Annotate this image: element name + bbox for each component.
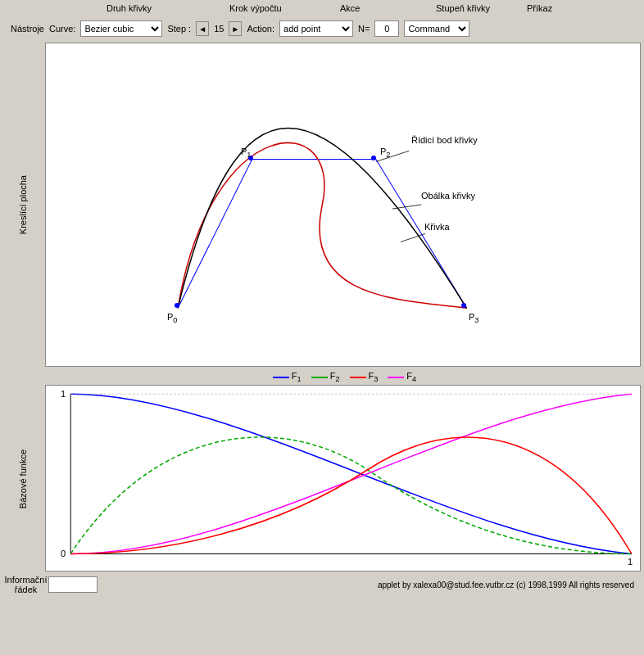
info-content: applet by xalexa00@stud.fee.vutbr.cz (c)… [48, 576, 641, 593]
step-increment-button[interactable]: ► [229, 21, 242, 36]
point-p2-dot[interactable] [371, 156, 376, 160]
kreslici-plocha-label: Kreslící plocha [0, 41, 45, 368]
action-label: Action: [247, 24, 274, 34]
basis-section: F1 F2 F3 F4 Bázové funkce [0, 368, 644, 573]
chart-row: Bázové funkce 1 0 1 [0, 385, 644, 573]
curve-select[interactable]: Bezier cubic Bezier quadratic B-spline H… [80, 20, 162, 37]
ridici-bod-annotation: Řídicí bod křivky [411, 135, 478, 145]
bazove-funkce-label: Bázové funkce [0, 385, 45, 573]
nastroje-label: Nástroje [3, 24, 44, 34]
point-p2-label: P2 [380, 147, 390, 159]
point-p3-dot[interactable] [461, 303, 466, 308]
point-p1-label: P1 [241, 147, 251, 159]
drawing-canvas[interactable]: P0 P1 P2 P3 Řídicí bod křivky Obálka kři… [45, 43, 641, 367]
legend-f4: F4 [388, 371, 416, 383]
label-akce: Akce [340, 3, 360, 13]
labels-row: Druh křivky Krok výpočtu Akce Stupeň kři… [0, 0, 644, 16]
legend-f4-label: F4 [406, 371, 416, 383]
label-krok-vypoctu: Krok výpočtu [229, 3, 282, 13]
legend-f2: F2 [311, 371, 340, 383]
n-input[interactable] [374, 20, 399, 37]
legend-f3-label: F3 [369, 371, 379, 383]
command-select[interactable]: Command Execute Reset [404, 20, 469, 37]
info-row: Informační řádek applet by xalexa00@stud… [0, 573, 644, 596]
label-druh-krivky: Druh křivky [107, 3, 152, 13]
svg-text:1: 1 [628, 557, 633, 567]
legend-f4-line [388, 377, 404, 378]
legend-f2-label: F2 [330, 371, 340, 383]
legend-row: F1 F2 F3 F4 [0, 368, 644, 385]
legend-f3: F3 [350, 371, 379, 383]
legend-f1-label: F1 [292, 371, 302, 383]
n-label: N= [358, 24, 370, 34]
toolbar-row: Nástroje Curve: Bezier cubic Bezier quad… [0, 16, 644, 41]
label-prikaz: Příkaz [527, 3, 552, 13]
basis-svg: 1 0 1 [46, 386, 640, 571]
svg-line-0 [178, 159, 252, 308]
svg-text:1: 1 [61, 389, 66, 399]
legend-f3-line [350, 377, 366, 378]
point-p0-dot[interactable] [175, 303, 179, 308]
step-label: Step : [167, 24, 191, 34]
curve-label: Curve: [49, 24, 75, 34]
info-input-box [48, 576, 98, 593]
step-value: 15 [214, 24, 224, 34]
svg-text:0: 0 [61, 548, 66, 558]
step-decrement-button[interactable]: ◄ [196, 21, 209, 36]
main-container: Druh křivky Krok výpočtu Akce Stupeň kři… [0, 0, 644, 655]
label-stupen-krivky: Stupeň křivky [436, 3, 490, 13]
legend-f1: F1 [273, 371, 302, 383]
info-text: applet by xalexa00@stud.fee.vutbr.cz (c)… [101, 580, 641, 590]
basis-chart: 1 0 1 [45, 385, 641, 571]
point-p0-label: P0 [167, 312, 177, 324]
obalka-annotation: Obálka křivky [421, 191, 475, 201]
action-select[interactable]: add point move point delete point clear … [279, 20, 353, 37]
point-p3-label: P3 [469, 312, 478, 324]
informacni-radek-label: Informační řádek [3, 575, 48, 594]
legend-f2-line [311, 377, 328, 378]
curve-svg [46, 43, 640, 366]
krivka-annotation: Křivka [424, 222, 450, 232]
legend-f1-line [273, 377, 289, 378]
drawing-row: Kreslící plocha [0, 41, 644, 368]
